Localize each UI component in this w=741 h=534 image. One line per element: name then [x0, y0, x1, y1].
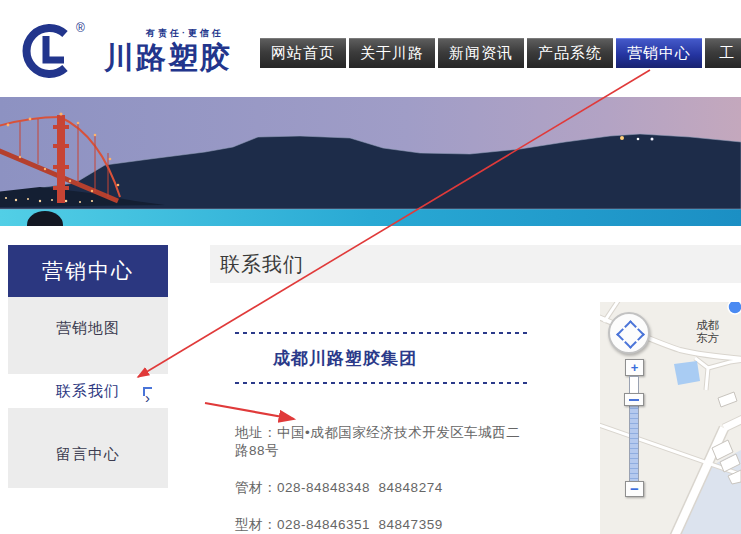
nav-item-cutoff[interactable]: 工 — [705, 38, 741, 68]
main-nav: 网站首页 关于川路 新闻资讯 产品系统 营销中心 工 — [260, 38, 741, 68]
nav-item-news[interactable]: 新闻资讯 — [438, 38, 524, 68]
banner-scene — [0, 97, 741, 226]
svg-text:®: ® — [76, 21, 85, 35]
contact-line-pipes-phone: 管材：028-84848348 84848274 — [235, 479, 531, 497]
sidebar-item-contact-us[interactable]: 联系我们 › — [8, 374, 168, 408]
sidebar-menu: 营销地图 联系我们 › 留言中心 — [8, 297, 168, 488]
site-header: ® 有责任·更信任 川路塑胶 网站首页 关于川路 新闻资讯 产品系统 营销中心 … — [0, 0, 741, 97]
sidebar-item-marketing-map[interactable]: 营销地图 — [8, 297, 168, 360]
nav-item-products[interactable]: 产品系统 — [527, 38, 613, 68]
sidebar-item-label: 留言中心 — [56, 445, 120, 464]
contact-line-address: 地址：中国•成都国家经济技术开发区车城西二路88号 — [235, 424, 531, 460]
map-place-label: 成都 东方 — [696, 319, 719, 345]
map-zoom-in-button[interactable]: + — [625, 359, 644, 376]
contact-line-profiles-phone: 型材：028-84846351 84847359 — [235, 516, 531, 534]
nav-item-home[interactable]: 网站首页 — [260, 38, 346, 68]
company-name: 成都川路塑胶集团 — [235, 347, 531, 370]
page-title-bar: 联系我们 — [210, 245, 741, 283]
map-pan-control[interactable] — [608, 312, 650, 354]
contact-content: 成都川路塑胶集团 地址：中国•成都国家经济技术开发区车城西二路88号 管材：02… — [235, 325, 531, 534]
nav-item-about[interactable]: 关于川路 — [349, 38, 435, 68]
brand-name: 川路塑胶 — [104, 42, 232, 74]
logo-mark-icon: ® — [18, 18, 94, 82]
brand-tagline: 有责任·更信任 — [104, 27, 232, 40]
map-zoom-out-button[interactable]: − — [625, 481, 644, 497]
sidebar-title: 营销中心 — [8, 245, 168, 297]
chevron-right-icon: › — [143, 387, 152, 396]
page: ® 有责任·更信任 川路塑胶 网站首页 关于川路 新闻资讯 产品系统 营销中心 … — [0, 0, 741, 534]
map-marker-icon — [728, 302, 741, 314]
page-title: 联系我们 — [210, 251, 304, 278]
map-zoom-slider-fill — [630, 394, 638, 482]
dashed-divider-top — [235, 332, 531, 334]
logo-text: 有责任·更信任 川路塑胶 — [104, 27, 232, 74]
sidebar-item-label: 营销地图 — [56, 319, 120, 338]
map-widget[interactable]: 成都 东方 + − — [600, 302, 741, 534]
company-logo[interactable]: ® 有责任·更信任 川路塑胶 — [18, 18, 232, 82]
nav-item-marketing[interactable]: 营销中心 — [616, 38, 702, 68]
dashed-divider-bottom — [235, 382, 531, 384]
sidebar-item-label: 联系我们 — [56, 382, 120, 401]
hero-banner — [0, 97, 741, 226]
sidebar-item-message-center[interactable]: 留言中心 — [8, 423, 168, 486]
map-zoom-slider-handle[interactable] — [624, 393, 644, 406]
map-pond — [674, 361, 700, 385]
